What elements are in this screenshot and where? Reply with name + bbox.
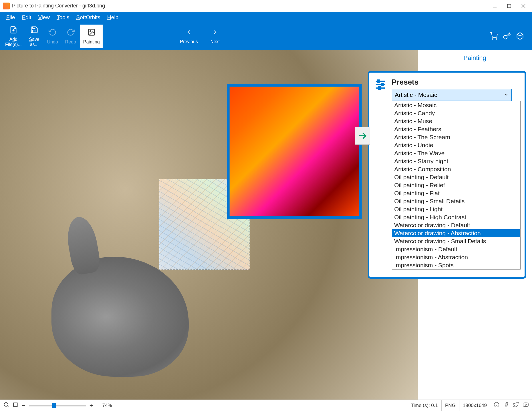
next-icon <box>211 29 219 38</box>
save-as-label: Saveas... <box>29 37 39 47</box>
svg-point-10 <box>496 39 497 39</box>
svg-rect-1 <box>507 4 511 8</box>
menu-file[interactable]: File <box>3 13 19 22</box>
preset-option[interactable]: Impressionism - Abstraction <box>392 253 520 261</box>
svg-point-9 <box>492 39 493 39</box>
package-icon[interactable] <box>516 32 524 41</box>
preset-option[interactable]: Artistic - The Wave <box>392 149 520 157</box>
save-as-button[interactable]: Saveas... <box>26 24 43 49</box>
preset-option[interactable]: Artistic - Candy <box>392 109 520 117</box>
previous-icon <box>185 29 193 38</box>
svg-point-7 <box>90 31 91 32</box>
painting-icon <box>87 28 95 38</box>
preset-option[interactable]: Watercolor drawing - Small Details <box>392 237 520 245</box>
preset-option[interactable]: Artistic - The Scream <box>392 133 520 141</box>
next-label: Next <box>210 39 220 44</box>
apply-arrow-button[interactable] <box>355 127 370 145</box>
undo-icon <box>49 28 57 38</box>
painting-button[interactable]: Painting <box>80 24 103 49</box>
statusbar: − + 74% Time (s): 0.1 PNG 1900x1649 <box>0 400 532 411</box>
undo-button[interactable]: Undo <box>44 24 61 49</box>
facebook-icon[interactable] <box>503 402 509 409</box>
presets-title: Presets <box>392 78 521 87</box>
zoom-percent: 74% <box>102 403 112 408</box>
sliders-icon <box>373 78 387 91</box>
svg-rect-17 <box>381 83 383 86</box>
preset-option[interactable]: Artistic - Muse <box>392 117 520 125</box>
close-button[interactable] <box>521 3 526 9</box>
preset-select[interactable]: Artistic - Mosaic <box>392 89 512 101</box>
key-icon[interactable] <box>503 32 511 41</box>
preset-option[interactable]: Oil painting - Relief <box>392 181 520 189</box>
menu-tools[interactable]: Tools <box>53 13 73 22</box>
menu-view[interactable]: View <box>35 13 53 22</box>
svg-rect-16 <box>377 80 379 82</box>
svg-rect-21 <box>13 403 17 406</box>
info-icon[interactable] <box>494 402 499 409</box>
preset-option[interactable]: Oil painting - Flat <box>392 189 520 197</box>
minimize-button[interactable] <box>492 3 498 9</box>
add-files-button[interactable]: AddFile(s)... <box>2 24 25 49</box>
zoom-out-button[interactable]: − <box>22 402 25 409</box>
canvas-area[interactable] <box>0 50 418 400</box>
redo-button[interactable]: Redo <box>62 24 79 49</box>
add-files-label: AddFile(s)... <box>5 37 22 47</box>
preset-option[interactable]: Impressionism - Default <box>392 245 520 253</box>
preset-dropdown-list[interactable]: Artistic - MosaicArtistic - CandyArtisti… <box>392 101 521 270</box>
preview-region-painted[interactable] <box>227 84 362 219</box>
svg-marker-25 <box>525 404 527 405</box>
chevron-down-icon <box>504 91 509 98</box>
zoom-in-button[interactable]: + <box>89 402 93 409</box>
preset-option[interactable]: Artistic - Feathers <box>392 125 520 133</box>
titlebar: Picture to Painting Converter - girl3d.p… <box>0 0 532 12</box>
zoom-slider[interactable] <box>29 405 86 406</box>
status-format: PNG <box>441 400 459 411</box>
redo-label: Redo <box>65 39 76 45</box>
tab-painting[interactable]: Painting <box>418 50 532 66</box>
redo-icon <box>67 28 75 38</box>
preset-option[interactable]: Watercolor drawing - Default <box>392 221 520 229</box>
fit-screen-icon[interactable] <box>13 402 18 409</box>
preset-option[interactable]: Artistic - Undie <box>392 141 520 149</box>
undo-label: Undo <box>47 39 58 45</box>
painting-label: Painting <box>83 39 100 45</box>
cart-icon[interactable] <box>490 32 498 41</box>
menubar: File Edit View Tools SoftOrbits Help <box>0 12 532 23</box>
menu-help[interactable]: Help <box>104 13 122 22</box>
previous-label: Previous <box>180 39 198 44</box>
magnify-icon[interactable] <box>3 402 9 409</box>
next-button[interactable]: Next <box>206 24 224 49</box>
preset-option[interactable]: Oil painting - Default <box>392 173 520 181</box>
zoom-slider-thumb[interactable] <box>52 403 56 408</box>
maximize-button[interactable] <box>506 3 512 9</box>
menu-edit[interactable]: Edit <box>19 13 35 22</box>
svg-line-20 <box>7 406 9 407</box>
app-icon <box>3 3 10 9</box>
preset-option[interactable]: Impressionism - Spots <box>392 261 520 269</box>
twitter-icon[interactable] <box>513 402 519 409</box>
preset-option[interactable]: Artistic - Mosaic <box>392 101 520 109</box>
svg-point-19 <box>4 403 8 406</box>
save-icon <box>30 26 38 36</box>
toolbar: AddFile(s)... Saveas... Undo Redo Painti… <box>0 23 532 50</box>
youtube-icon[interactable] <box>523 402 529 409</box>
svg-rect-18 <box>378 87 380 89</box>
add-file-icon <box>9 26 17 36</box>
preset-option[interactable]: Oil painting - High Contrast <box>392 213 520 221</box>
status-dimensions: 1900x1649 <box>459 400 490 411</box>
preset-option[interactable]: Artistic - Starry night <box>392 157 520 165</box>
preset-option[interactable]: Oil painting - Light <box>392 205 520 213</box>
window-title: Picture to Painting Converter - girl3d.p… <box>12 3 492 9</box>
presets-panel: Presets Artistic - Mosaic Artistic - Mos… <box>368 71 526 279</box>
preset-option[interactable]: Watercolor drawing - Abstraction <box>392 229 520 237</box>
preset-option[interactable]: Artistic - Composition <box>392 165 520 173</box>
previous-button[interactable]: Previous <box>177 24 201 49</box>
preset-option[interactable]: Oil painting - Small Details <box>392 197 520 205</box>
menu-softorbits[interactable]: SoftOrbits <box>73 13 104 22</box>
status-time: Time (s): 0.1 <box>407 400 441 411</box>
preset-selected-value: Artistic - Mosaic <box>395 91 437 98</box>
